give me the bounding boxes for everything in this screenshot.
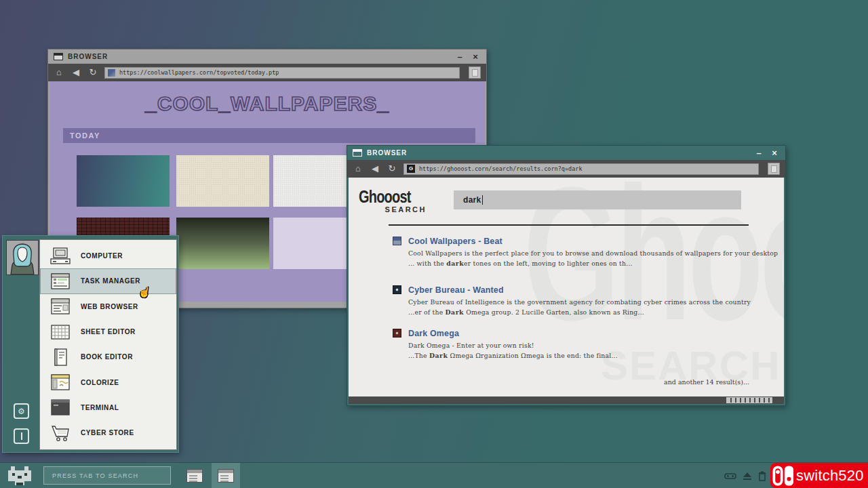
search-result-cool-wallpapers: Cool Wallpapers - Beat Cool Wallpapers i… <box>393 236 778 267</box>
search-query-text: dark <box>463 195 481 205</box>
user-avatar[interactable] <box>6 240 39 275</box>
ghooost-search-logo: Ghooost SEARCH <box>359 187 427 214</box>
window-icon <box>218 469 234 483</box>
result-snippet: ...The Dark Ωmega Ωrganization Ωmega is … <box>408 352 618 359</box>
taskbar: PRESS TAB TO SEARCH <box>0 462 868 488</box>
result-snippet: Dark Omega - Enter at your own risk! <box>408 342 618 349</box>
desktop: BROWSER – × ⌂ ◀ ↻ https://coolwallpapers… <box>0 0 868 488</box>
result-snippet: ... with the darker tones on the left, m… <box>408 260 778 267</box>
titlebar[interactable]: BROWSER – × <box>347 146 785 160</box>
trash-icon[interactable] <box>758 471 766 481</box>
switch520-watermark: switch520 <box>770 463 868 488</box>
terminal-icon <box>49 399 72 417</box>
more-results-text: and another 14 result(s)... <box>664 378 749 386</box>
power-button[interactable] <box>14 428 29 444</box>
search-input[interactable]: dark <box>454 190 741 209</box>
taskbar-search-input[interactable]: PRESS TAB TO SEARCH <box>43 466 171 485</box>
search-results-page: Ghooost SEARCH Ghooost SEARCH dark Cool … <box>349 178 784 396</box>
system-tray <box>724 463 766 488</box>
cyber-store-icon <box>49 424 72 442</box>
result-favicon-bureau-icon <box>393 285 401 294</box>
watermark-text: switch520 <box>796 467 864 485</box>
close-button[interactable]: × <box>470 49 481 64</box>
browser-app-icon <box>353 149 362 157</box>
result-title-link[interactable]: Cyber Bureau - Wanted <box>408 285 504 295</box>
result-snippet: Cool Wallpapers is the perfect place for… <box>408 249 778 257</box>
bookmark-page-button[interactable] <box>768 163 780 175</box>
gear-icon: ⚙ <box>18 407 25 416</box>
sheet-editor-icon <box>49 323 72 341</box>
colorize-icon <box>49 373 72 392</box>
browser-app-icon <box>54 53 63 60</box>
minimize-button[interactable]: – <box>753 146 764 160</box>
wallpaper-thumbnail-teal-gradient[interactable] <box>77 155 170 207</box>
home-icon[interactable]: ⌂ <box>353 160 363 178</box>
close-button[interactable]: × <box>769 146 780 160</box>
refresh-icon[interactable]: ↻ <box>387 160 397 178</box>
result-favicon-omega-icon <box>393 329 401 338</box>
computer-icon <box>49 247 72 265</box>
back-icon[interactable]: ◀ <box>71 64 81 81</box>
power-icon <box>21 432 22 440</box>
eject-icon[interactable] <box>743 472 752 481</box>
browser-toolbar: ⌂ ◀ ↻ G https://ghooost.corn/search/resu… <box>347 160 785 178</box>
results-divider <box>389 224 749 226</box>
refresh-icon[interactable]: ↻ <box>87 64 98 81</box>
app-menu-panel: COMPUTER TASK MANAGER WEB BROWSER SHEET … <box>39 239 177 450</box>
start-menu: ⚙ COMPUTER TASK MANAGER WEB BROWSER <box>2 235 179 453</box>
back-icon[interactable]: ◀ <box>370 160 380 178</box>
url-bar[interactable]: G https://ghooost.corn/search/results.co… <box>403 163 759 175</box>
loading-segments-widget <box>726 397 772 403</box>
window-icon <box>186 469 203 483</box>
home-icon[interactable]: ⌂ <box>54 64 64 81</box>
window-title: BROWSER <box>68 53 108 60</box>
menu-item-book-editor[interactable]: BOOK EDITOR <box>40 344 176 369</box>
search-result-dark-omega: Dark Omega Dark Omega - Enter at your ow… <box>393 328 618 359</box>
mouse-hand-cursor-icon: ☝ <box>138 285 153 300</box>
task-manager-icon <box>49 272 72 290</box>
menu-item-task-manager[interactable]: TASK MANAGER <box>40 268 176 293</box>
menu-item-web-browser[interactable]: WEB BROWSER <box>40 294 176 319</box>
result-snippet: ...er of the Dark Omega group. 2 Lucille… <box>408 308 751 316</box>
bookmark-page-button[interactable] <box>469 66 481 79</box>
window-statusbar <box>349 396 784 404</box>
wallpapers-favicon-icon <box>108 69 115 77</box>
result-title-link[interactable]: Cool Wallpapers - Beat <box>408 236 502 246</box>
url-bar[interactable]: https://coolwallpapers.corn/topvoted/tod… <box>104 67 460 79</box>
menu-item-colorize[interactable]: COLORIZE <box>40 369 176 394</box>
today-section-header: TODAY <box>63 128 475 143</box>
menu-item-cyber-store[interactable]: CYBER STORE <box>40 420 176 445</box>
browser-window-search[interactable]: BROWSER – × ⌂ ◀ ↻ G https://ghooost.corn… <box>347 145 786 406</box>
result-snippet: Cyber Bureau of Intelligence is the gove… <box>408 298 751 306</box>
url-text: https://coolwallpapers.corn/topvoted/tod… <box>119 69 279 76</box>
wallpaper-thumbnail-green-gradient[interactable] <box>176 218 269 269</box>
page-title: _COOL_WALLPAPERS_ <box>50 92 485 115</box>
start-menu-button[interactable] <box>8 466 33 485</box>
minimize-button[interactable]: – <box>454 49 465 64</box>
web-browser-icon <box>49 298 72 316</box>
menu-item-sheet-editor[interactable]: SHEET EDITOR <box>40 319 176 344</box>
taskbar-window-button-browser-2-active[interactable] <box>212 463 240 488</box>
menu-item-computer[interactable]: COMPUTER <box>40 243 176 268</box>
ghooost-favicon-icon: G <box>407 165 415 173</box>
book-editor-icon <box>49 348 72 366</box>
result-favicon-wallpapers-icon <box>393 237 401 245</box>
wallpaper-thumbnail-beige-noise[interactable] <box>176 155 269 207</box>
menu-item-terminal[interactable]: TERMINAL <box>40 395 176 420</box>
result-title-link[interactable]: Dark Omega <box>408 328 459 338</box>
text-caret <box>482 195 483 205</box>
gamepad-icon[interactable] <box>724 472 736 481</box>
nintendo-switch-logo-icon <box>772 465 795 487</box>
browser-toolbar: ⌂ ◀ ↻ https://coolwallpapers.corn/topvot… <box>48 64 486 81</box>
settings-button[interactable]: ⚙ <box>14 403 29 419</box>
window-title: BROWSER <box>367 149 407 157</box>
url-text: https://ghooost.corn/search/results.corn… <box>419 165 583 172</box>
taskbar-window-button-browser-1[interactable] <box>180 463 209 488</box>
pixel-cat-icon <box>8 466 31 485</box>
titlebar[interactable]: BROWSER – × <box>48 49 486 64</box>
search-result-cyber-bureau: Cyber Bureau - Wanted Cyber Bureau of In… <box>393 285 751 316</box>
